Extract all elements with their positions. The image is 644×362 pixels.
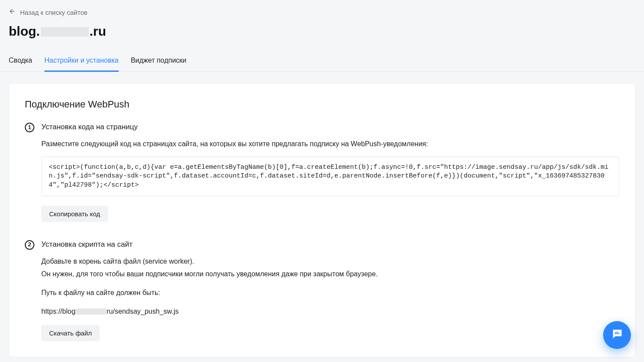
copy-code-button[interactable]: Скопировать код bbox=[41, 206, 108, 222]
step-1-desc: Разместите следующий код на страницах са… bbox=[41, 139, 619, 149]
back-link[interactable]: Назад к списку сайтов bbox=[9, 8, 87, 17]
sw-url-prefix: https://blog bbox=[41, 308, 75, 315]
site-title-suffix: .ru bbox=[90, 24, 106, 38]
step-number-1: 1 bbox=[25, 123, 34, 132]
chat-fab[interactable] bbox=[603, 321, 631, 349]
back-link-label: Назад к списку сайтов bbox=[20, 8, 87, 17]
step-number-2: 2 bbox=[25, 240, 34, 250]
tab-summary[interactable]: Сводка bbox=[9, 55, 32, 71]
code-snippet[interactable]: <script>(function(a,b,c,d){var e=a.getEl… bbox=[41, 157, 619, 196]
step-2-title: Установка скрипта на сайт bbox=[41, 239, 619, 250]
arrow-left-icon bbox=[9, 8, 16, 17]
step-2-line1: Добавьте в корень сайта файл (service wo… bbox=[41, 256, 619, 266]
step-2-line2: Он нужен, для того чтобы ваши подписчики… bbox=[41, 269, 619, 279]
site-title-prefix: blog. bbox=[9, 24, 40, 38]
svg-rect-3 bbox=[618, 333, 619, 335]
step-2: 2 Установка скрипта на сайт Добавьте в к… bbox=[25, 239, 619, 341]
panel-title: Подключение WebPush bbox=[25, 97, 619, 111]
step-1-title: Установка кода на страницу bbox=[41, 122, 619, 133]
tab-settings[interactable]: Настройки и установка bbox=[44, 55, 119, 71]
svg-rect-2 bbox=[617, 332, 617, 334]
chat-icon bbox=[611, 328, 623, 342]
page-title: blog..ru bbox=[9, 22, 106, 41]
sw-url-suffix: ru/sendsay_push_sw.js bbox=[107, 308, 178, 315]
download-file-button[interactable]: Скачать файл bbox=[41, 325, 100, 341]
step-1: 1 Установка кода на страницу Разместите … bbox=[25, 122, 619, 222]
copy-code-label: Скопировать код bbox=[49, 210, 100, 218]
content-panel: Подключение WebPush 1 Установка кода на … bbox=[9, 83, 635, 357]
download-file-label: Скачать файл bbox=[49, 329, 92, 337]
step-2-line3: Путь к файлу на сайте должен быть: bbox=[41, 288, 619, 298]
redacted-domain-small bbox=[75, 308, 107, 315]
tab-widget[interactable]: Виджет подписки bbox=[131, 55, 187, 71]
svg-rect-1 bbox=[615, 332, 616, 335]
redacted-domain bbox=[41, 27, 89, 37]
service-worker-url: https://blogru/sendsay_push_sw.js bbox=[41, 306, 619, 316]
tabs: Сводка Настройки и установка Виджет подп… bbox=[0, 55, 644, 72]
